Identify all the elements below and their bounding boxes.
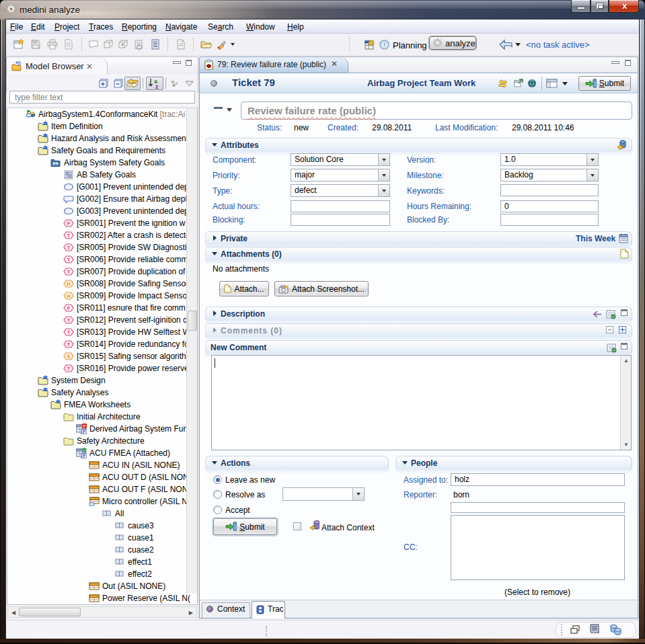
svg-text:z: z [155, 83, 159, 89]
